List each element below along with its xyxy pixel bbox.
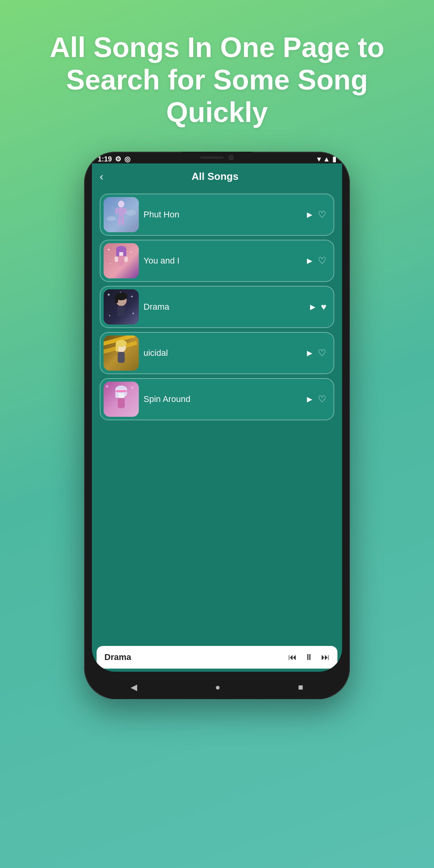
status-right: ▾ ▲ ▮ — [317, 155, 336, 163]
now-playing-title: Drama — [104, 652, 131, 662]
song-list: Phut Hon ▶ ♡ — [92, 190, 342, 646]
svg-rect-6 — [122, 217, 124, 225]
svg-rect-5 — [118, 217, 121, 225]
svg-rect-3 — [115, 208, 118, 214]
song-card-you-and-i[interactable]: ♥ ♥ ♥ You and I ▶ ♡ — [100, 240, 334, 282]
player-controls: ⏮ ⏸ ⏭ — [288, 652, 330, 662]
song-actions-suicidal: ▶ ♡ — [307, 348, 330, 359]
notch-camera — [228, 155, 234, 160]
target-icon: ◎ — [124, 155, 131, 163]
settings-icon: ⚙ — [115, 155, 121, 163]
like-button-spin-around[interactable]: ♡ — [318, 394, 326, 405]
nav-back-button[interactable]: ◀ — [131, 682, 137, 692]
svg-text:✦: ✦ — [119, 291, 122, 294]
svg-rect-2 — [119, 207, 124, 217]
svg-rect-24 — [117, 306, 125, 317]
svg-text:✿: ✿ — [106, 384, 109, 388]
phone-shell: 1:19 ⚙ ◎ ▾ ▲ ▮ ‹ All Songs — [84, 152, 350, 699]
now-playing-bar: Drama ⏮ ⏸ ⏭ — [97, 646, 337, 669]
song-name-drama: Drama — [143, 302, 305, 312]
wifi-icon: ▾ — [317, 155, 321, 163]
svg-rect-35 — [116, 343, 118, 352]
svg-text:♥: ♥ — [130, 250, 132, 254]
song-card-suicidal[interactable]: uicidal ▶ ♡ — [100, 332, 334, 374]
svg-rect-14 — [118, 256, 124, 266]
song-actions-phut-hon: ▶ ♡ — [307, 209, 330, 220]
svg-rect-42 — [118, 398, 125, 408]
like-button-suicidal[interactable]: ♡ — [318, 348, 326, 359]
svg-text:♥: ♥ — [108, 247, 110, 252]
app-title: All Songs — [192, 170, 239, 183]
song-thumbnail-suicidal — [104, 335, 139, 371]
svg-point-7 — [107, 216, 116, 221]
svg-rect-12 — [116, 249, 119, 256]
notch-speaker — [200, 156, 224, 159]
phone-notch — [182, 152, 252, 163]
play-button-drama[interactable]: ▶ — [310, 303, 316, 311]
song-name-phut-hon: Phut Hon — [143, 210, 302, 220]
nav-recents-button[interactable]: ■ — [298, 682, 303, 692]
svg-rect-13 — [123, 249, 126, 256]
song-thumbnail-you-and-i: ♥ ♥ ♥ — [104, 243, 139, 278]
song-actions-you-and-i: ▶ ♡ — [307, 255, 330, 266]
song-name-spin-around: Spin Around — [143, 394, 302, 404]
play-button-spin-around[interactable]: ▶ — [307, 395, 312, 404]
song-thumbnail-drama: ✦ ✦ ✦ ✦ ✦ — [104, 289, 139, 325]
svg-text:✦: ✦ — [108, 314, 111, 317]
svg-text:✿: ✿ — [131, 386, 134, 389]
like-button-phut-hon[interactable]: ♡ — [318, 209, 326, 220]
svg-rect-15 — [115, 256, 118, 262]
signal-icon: ▲ — [323, 155, 330, 163]
svg-rect-36 — [118, 352, 125, 363]
song-thumbnail-spin-around: ✿ ✿ — [104, 382, 139, 417]
svg-text:✦: ✦ — [132, 312, 135, 316]
svg-text:✦: ✦ — [130, 294, 133, 299]
svg-rect-40 — [115, 389, 118, 398]
svg-text:♥: ♥ — [109, 262, 111, 265]
back-button[interactable]: ‹ — [100, 170, 103, 183]
app-screen: ‹ All Songs — [92, 163, 342, 672]
like-button-you-and-i[interactable]: ♡ — [318, 255, 326, 266]
prev-button[interactable]: ⏮ — [288, 652, 297, 662]
svg-rect-16 — [124, 256, 128, 262]
song-name-you-and-i: You and I — [143, 256, 302, 266]
song-card-drama[interactable]: ✦ ✦ ✦ ✦ ✦ Drama ▶ ♥ — [100, 286, 334, 328]
svg-text:✦: ✦ — [107, 292, 111, 298]
like-button-drama[interactable]: ♥ — [321, 301, 326, 312]
play-button-you-and-i[interactable]: ▶ — [307, 256, 312, 265]
next-button[interactable]: ⏭ — [321, 652, 330, 662]
song-name-suicidal: uicidal — [143, 348, 302, 358]
status-time: 1:19 — [98, 155, 112, 163]
play-button-phut-hon[interactable]: ▶ — [307, 210, 312, 219]
play-button-suicidal[interactable]: ▶ — [307, 349, 312, 357]
app-header: ‹ All Songs — [92, 163, 342, 190]
page-headline: All Songs In One Page to Search for Some… — [0, 0, 434, 152]
svg-rect-43 — [116, 390, 127, 392]
battery-icon: ▮ — [332, 155, 336, 163]
song-thumbnail-phut-hon — [104, 197, 139, 232]
song-card-phut-hon[interactable]: Phut Hon ▶ ♡ — [100, 194, 334, 236]
svg-point-1 — [118, 201, 124, 208]
svg-point-8 — [126, 210, 136, 215]
song-card-spin-around[interactable]: ✿ ✿ Spin Around ▶ ♡ — [100, 378, 334, 420]
nav-home-button[interactable]: ● — [215, 682, 220, 692]
pause-button[interactable]: ⏸ — [305, 652, 313, 662]
svg-rect-23 — [115, 296, 118, 303]
song-actions-drama: ▶ ♥ — [310, 301, 330, 312]
song-actions-spin-around: ▶ ♡ — [307, 394, 330, 405]
status-left: 1:19 ⚙ ◎ — [98, 155, 131, 163]
bottom-nav: ◀ ● ■ — [92, 676, 342, 699]
